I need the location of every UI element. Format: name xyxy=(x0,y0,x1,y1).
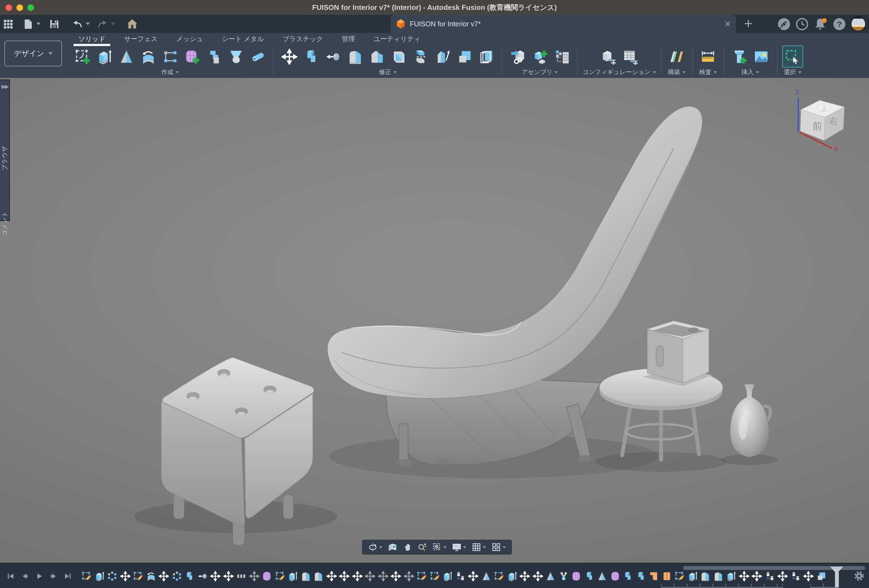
tool-insert-canvas-button[interactable] xyxy=(751,46,772,67)
timeline-feature-fillet[interactable] xyxy=(313,571,324,581)
timeline-feature-pattern[interactable] xyxy=(171,571,182,581)
timeline-feature-extrude[interactable] xyxy=(687,571,698,581)
timeline-feature-move[interactable] xyxy=(326,571,337,581)
timeline-feature-mirror[interactable] xyxy=(597,571,607,581)
timeline-feature-move[interactable] xyxy=(210,571,221,581)
browser-panel-tab[interactable]: ブラウザ xyxy=(0,146,9,170)
fit-button[interactable] xyxy=(431,542,448,552)
tool-measure-button[interactable] xyxy=(698,46,718,67)
timeline-feature-move[interactable] xyxy=(391,571,401,581)
tool-insert-derive-button[interactable] xyxy=(507,46,528,67)
save-icon[interactable] xyxy=(46,15,62,33)
viewcube[interactable]: 前 右 上 Z X xyxy=(792,88,857,153)
redo-icon[interactable] xyxy=(94,15,111,33)
tool-scale-button[interactable] xyxy=(454,46,475,67)
close-tab-icon[interactable] xyxy=(725,21,731,27)
tool-chamfer-button[interactable] xyxy=(366,46,387,67)
tool-configuration-table-button[interactable] xyxy=(620,46,641,67)
tool-combine-bodies-button[interactable] xyxy=(203,46,224,67)
ribbon-tab-ユーティリティ[interactable]: ユーティリティ xyxy=(364,33,430,46)
timeline-feature-move[interactable] xyxy=(519,571,530,581)
ribbon-tab-プラスチック[interactable]: プラスチック xyxy=(273,33,332,46)
notifications-bell-icon[interactable] xyxy=(814,17,828,30)
timeline-feature-move[interactable] xyxy=(249,571,259,581)
ribbon-tab-メッシュ[interactable]: メッシュ xyxy=(167,33,213,46)
timeline-feature-fillet[interactable] xyxy=(713,571,723,581)
redo-menu-caret[interactable] xyxy=(111,22,115,25)
ribbon-tab-シート メタル[interactable]: シート メタル xyxy=(213,33,273,46)
timeline-feature-move[interactable] xyxy=(403,571,414,581)
timeline-feature-sketch[interactable] xyxy=(674,571,685,581)
undo-icon[interactable] xyxy=(69,15,86,33)
go-to-end-button[interactable] xyxy=(61,570,74,582)
display-settings-button[interactable] xyxy=(451,542,468,552)
timeline-feature-press-pull[interactable] xyxy=(197,571,208,581)
viewport-canvas[interactable] xyxy=(0,78,869,563)
timeline-feature-flange[interactable] xyxy=(648,571,659,581)
timeline-feature-slots[interactable] xyxy=(236,571,246,581)
play-button[interactable] xyxy=(33,570,45,582)
timeline-feature-pattern[interactable] xyxy=(107,571,117,581)
next-feature-button[interactable] xyxy=(47,570,59,582)
undo-menu-caret[interactable] xyxy=(86,22,90,25)
file-new-icon[interactable] xyxy=(20,15,36,33)
timeline-feature-fillet[interactable] xyxy=(700,571,710,581)
timeline-feature-move[interactable] xyxy=(739,571,749,581)
orbit-button[interactable] xyxy=(366,542,384,552)
help-icon[interactable]: ? xyxy=(833,17,846,30)
timeline-feature-combine[interactable] xyxy=(584,571,595,581)
expand-panel-icon[interactable]: ▶▶ xyxy=(1,83,8,89)
file-menu-caret[interactable] xyxy=(36,22,41,25)
timeline-feature-copy[interactable] xyxy=(765,571,775,581)
tool-create-sketch-button[interactable] xyxy=(72,46,93,67)
ribbon-tab-サーフェス[interactable]: サーフェス xyxy=(115,33,167,46)
timeline-feature-extrude[interactable] xyxy=(288,571,298,581)
timeline-feature-extrude[interactable] xyxy=(94,571,104,581)
dropdown-caret[interactable] xyxy=(503,546,506,548)
tool-split-body-button[interactable] xyxy=(410,46,431,67)
group-label-button[interactable]: 挿入 xyxy=(741,68,759,76)
tool-loft-button[interactable] xyxy=(225,46,246,67)
comments-panel-tab[interactable]: コメント xyxy=(0,211,9,236)
job-status-icon[interactable] xyxy=(795,17,809,30)
tool-offset-face-button[interactable] xyxy=(476,46,497,67)
timeline-feature-move[interactable] xyxy=(752,571,762,581)
timeline-feature-mirror[interactable] xyxy=(545,571,556,581)
timeline-feature-move[interactable] xyxy=(120,571,130,581)
timeline-feature-move[interactable] xyxy=(378,571,388,581)
dropdown-caret[interactable] xyxy=(463,546,466,548)
group-label-button[interactable]: コンフィギュレーション xyxy=(583,68,656,76)
home-icon[interactable] xyxy=(124,15,141,33)
tool-create-form-button[interactable] xyxy=(182,46,202,67)
timeline-feature-joint[interactable] xyxy=(558,571,569,581)
timeline-feature-scale[interactable] xyxy=(816,571,826,581)
viewport[interactable]: ▶▶ ブラウザ コメント 前 右 上 Z X xyxy=(0,78,869,563)
dropdown-caret[interactable] xyxy=(443,546,446,548)
grid-display-button[interactable] xyxy=(470,542,488,552)
model-storage-box[interactable] xyxy=(643,321,712,386)
tool-press-pull-button[interactable] xyxy=(323,46,343,67)
timeline-settings-gear-icon[interactable] xyxy=(853,570,865,582)
document-tab[interactable]: FUISON for Interior v7* xyxy=(391,15,736,33)
timeline-playhead[interactable] xyxy=(830,567,843,588)
group-label-button[interactable]: アセンブリ xyxy=(522,68,558,76)
viewports-button[interactable] xyxy=(490,542,507,552)
timeline-feature-copy[interactable] xyxy=(790,571,801,581)
extensions-icon[interactable] xyxy=(777,17,790,30)
timeline-feature-move[interactable] xyxy=(468,571,478,581)
group-label-button[interactable]: 作成 xyxy=(161,68,179,76)
timeline-feature-sweep[interactable] xyxy=(146,571,156,581)
app-grid-icon[interactable] xyxy=(0,15,16,33)
ribbon-tab-管理[interactable]: 管理 xyxy=(332,33,364,46)
timeline-feature-sketch[interactable] xyxy=(133,571,143,581)
timeline-feature-move[interactable] xyxy=(532,571,543,581)
timeline-feature-form[interactable] xyxy=(610,571,620,581)
tool-joint-bom-button[interactable] xyxy=(552,46,572,67)
profile-avatar[interactable] xyxy=(851,16,866,31)
group-label-button[interactable]: 検査 xyxy=(699,68,717,76)
tool-configure-button[interactable] xyxy=(598,46,619,67)
timeline-feature-extrude[interactable] xyxy=(442,571,452,581)
tool-new-component-button[interactable] xyxy=(529,46,550,67)
zoom-button[interactable] xyxy=(416,542,429,552)
pan-button[interactable] xyxy=(401,542,414,552)
